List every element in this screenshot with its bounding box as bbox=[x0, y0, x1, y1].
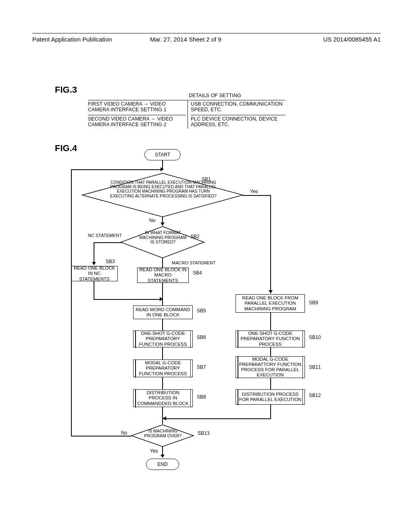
line bbox=[162, 319, 163, 330]
sb12-box: DISTRIBUTION PROCESS FOR PARALLEL EXECUT… bbox=[236, 389, 305, 405]
line bbox=[243, 195, 271, 196]
sb5-tag: SB5 bbox=[197, 308, 206, 314]
fig4-flowchart: START CONDITION THAT PARALLEL EXECUTION … bbox=[56, 149, 363, 504]
line bbox=[94, 242, 122, 243]
line bbox=[94, 299, 162, 300]
sb8-box: DISTRIBUTION PROCESS IN COMMANDDED BLOCK bbox=[133, 389, 193, 407]
header-mid: Mar. 27, 2014 Sheet 2 of 9 bbox=[150, 36, 263, 43]
sb5-box: READ WORD COMMAND IN ONE BLOCK bbox=[133, 305, 193, 319]
line bbox=[162, 377, 163, 389]
line bbox=[162, 418, 271, 419]
line bbox=[162, 258, 163, 268]
fig3-r1c1: FIRST VIDEO CAMERA → VIDEO CAMERA INTERF… bbox=[88, 101, 186, 115]
line bbox=[270, 195, 271, 293]
sb9-box: READ ONE BLOCK FROM PARALLEL EXECUTION M… bbox=[236, 294, 305, 313]
line bbox=[270, 347, 271, 356]
sb11-tag: SB11 bbox=[309, 364, 321, 370]
line bbox=[71, 169, 163, 170]
sb13-yes: Yes bbox=[150, 448, 158, 454]
line bbox=[162, 299, 163, 305]
line bbox=[270, 313, 271, 330]
fig3-head: DETAILS OF SETTING bbox=[189, 93, 282, 98]
page-header: Patent Application Publication Mar. 27, … bbox=[32, 33, 381, 43]
fig3-r2c1: SECOND VIDEO CAMERA → VIDEO CAMERA INTER… bbox=[88, 115, 186, 129]
sb7-tag: SB7 bbox=[197, 364, 206, 370]
line bbox=[162, 283, 163, 299]
arrow-icon bbox=[269, 290, 273, 293]
line bbox=[71, 436, 131, 436]
line bbox=[94, 281, 94, 299]
sb9-tag: SB9 bbox=[309, 300, 318, 305]
line bbox=[94, 242, 94, 265]
fig3-r2c2: PLC DEVICE CONNECTION, DEVICE ADDRESS, E… bbox=[191, 115, 285, 129]
sb12-tag: SB12 bbox=[309, 393, 321, 398]
line bbox=[270, 378, 271, 389]
sb4-tag: SB4 bbox=[193, 270, 202, 276]
sb1-text: CONDITION THAT PARALLEL EXECUTION MACHIN… bbox=[105, 180, 222, 198]
sb2-text: IN WHAT FORMAT MACHINING PROGRAM IS STOR… bbox=[138, 231, 188, 245]
sb8-tag: SB8 bbox=[197, 394, 206, 400]
sb13-no: No bbox=[121, 430, 127, 436]
sb11-box: MODAL G-CODE PREPARATTORY FUNCTION PROCE… bbox=[236, 356, 305, 378]
sb2-right: MACRO STATEMENT bbox=[172, 260, 216, 265]
header-left: Patent Application Publication bbox=[32, 36, 150, 43]
sb10-tag: SB10 bbox=[309, 335, 321, 340]
sb3-tag: SB3 bbox=[106, 259, 115, 264]
line bbox=[71, 169, 72, 436]
end-node: END bbox=[146, 459, 179, 470]
sb6-box: ONE-SHOT G-CODE PREPARATORY FUNCTION PRO… bbox=[133, 330, 193, 347]
sb10-box: ONE-SHOT G-CODE PREPARATORY FUNCTION PRO… bbox=[236, 330, 305, 347]
arrow-icon bbox=[161, 455, 165, 458]
sb2-tag: SB2 bbox=[190, 234, 200, 239]
fig3-r1c2: USB CONNECTION, COMMUNICATION SPEED, ETC… bbox=[191, 101, 285, 115]
sb1-no: No bbox=[149, 218, 155, 223]
arrow-icon bbox=[92, 262, 96, 265]
header-right: US 2014/0085455 A1 bbox=[263, 36, 381, 43]
sb7-box: MODAL G-CODE PREPARATORY FUNCTION PROCES… bbox=[133, 360, 193, 377]
sb4-box: READ ONE BLOCK IN MACRO STATEMENTS bbox=[137, 268, 189, 283]
fig3-col2: USB CONNECTION, COMMUNICATION SPEED, ETC… bbox=[188, 100, 285, 129]
sb1-yes: Yes bbox=[250, 189, 258, 194]
sb3-box: READ ONE BLOCK IN NC STATEMENTS bbox=[71, 266, 118, 281]
sb13-tag: SB13 bbox=[198, 430, 209, 436]
start-node: START bbox=[144, 149, 181, 160]
fig3-col1: FIRST VIDEO CAMERA → VIDEO CAMERA INTERF… bbox=[88, 100, 188, 129]
sb2-left: NC STATEMENT bbox=[88, 233, 122, 238]
sb6-tag: SB6 bbox=[197, 335, 206, 340]
line bbox=[162, 347, 163, 360]
fig3-label: FIG.3 bbox=[55, 85, 77, 95]
line bbox=[270, 405, 271, 418]
sb1-tag: SB1 bbox=[202, 177, 211, 182]
sb13-text: IS MACHINING PROGRAM OVER? bbox=[144, 429, 182, 438]
